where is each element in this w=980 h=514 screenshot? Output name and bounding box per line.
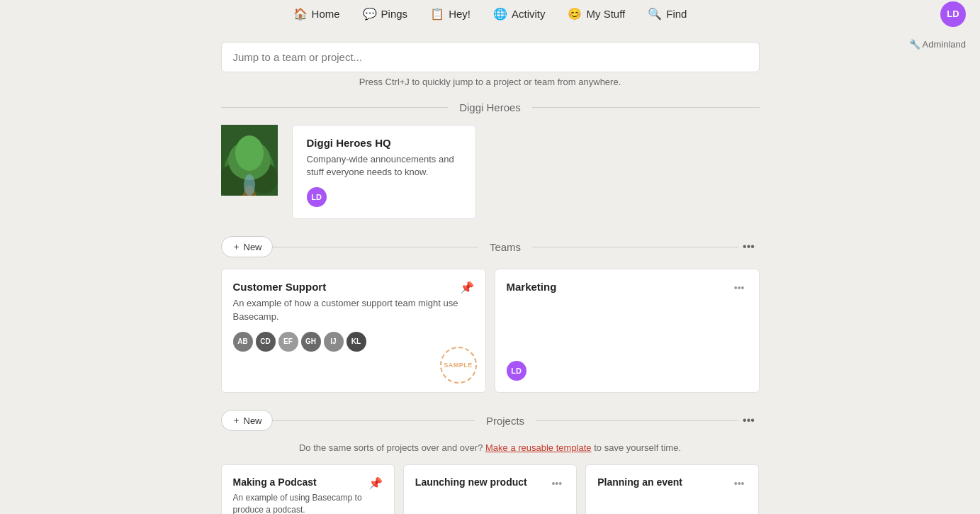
nav-pings[interactable]: 💬 Pings	[363, 7, 408, 21]
diggi-heroes-section: Diggi Heroes Diggi Heroes HQ Co	[221, 101, 760, 219]
svg-point-6	[244, 174, 255, 196]
nav-hey[interactable]: 📋 Hey!	[430, 7, 471, 21]
avatar-6: KL	[347, 332, 366, 352]
team-card-customer-support[interactable]: Customer Support 📌 An example of how a c…	[221, 269, 486, 393]
team-name-customer-support: Customer Support	[233, 281, 327, 297]
projects-section: ＋ New Projects ••• Do the same sorts of …	[221, 410, 760, 514]
diggi-hq-title: Diggi Heroes HQ	[307, 137, 461, 149]
avatar-5: IJ	[324, 332, 344, 352]
project-card-launch[interactable]: Launching new product ••• LD	[403, 464, 577, 514]
event-name: Planning an event	[597, 476, 682, 488]
project-card-event[interactable]: Planning an event ••• LD	[585, 464, 759, 514]
diggi-section-title: Diggi Heroes	[448, 101, 532, 113]
launch-card-header: Launching new product •••	[415, 476, 565, 492]
diggi-image	[221, 125, 278, 196]
avatar-4: GH	[301, 332, 321, 352]
podcast-name: Making a Podcast	[233, 476, 317, 488]
find-icon: 🔍	[648, 7, 662, 21]
section-line-right	[532, 107, 760, 108]
home-icon: 🏠	[293, 7, 308, 21]
nav-find[interactable]: 🔍 Find	[648, 7, 687, 21]
team-desc-customer-support: An example of how a customer support tea…	[233, 297, 474, 323]
projects-header: ＋ New Projects •••	[221, 410, 760, 431]
team-avatars-customer-support: AB CD EF GH IJ KL	[233, 332, 474, 352]
teams-section-title: Teams	[478, 241, 532, 253]
user-avatar[interactable]: LD	[940, 1, 966, 27]
diggi-section-header: Diggi Heroes	[221, 101, 760, 113]
marketing-avatar: LD	[507, 361, 526, 381]
podcast-card-header: Making a Podcast 📌	[233, 476, 383, 492]
nav-find-label: Find	[666, 8, 687, 20]
team-name-marketing: Marketing	[507, 281, 557, 293]
new-project-label: New	[244, 415, 262, 426]
teams-line-left	[273, 247, 478, 247]
projects-hint-suffix: to save yourself time.	[594, 442, 681, 453]
projects-line-right	[536, 420, 738, 421]
search-hint: Press Ctrl+J to quickly jump to a projec…	[221, 77, 760, 87]
nav-activity[interactable]: 🌐 Activity	[493, 7, 546, 21]
podcast-desc: An example of using Basecamp to produce …	[233, 492, 383, 514]
avatar-3: EF	[278, 332, 298, 352]
plus-icon-projects: ＋	[232, 414, 241, 427]
launch-more-button[interactable]: •••	[548, 476, 565, 491]
podcast-pin-icon: 📌	[368, 476, 383, 490]
nav-mystuff-label: My Stuff	[586, 8, 625, 20]
project-card-podcast[interactable]: Making a Podcast 📌 An example of using B…	[221, 464, 395, 514]
search-container: Press Ctrl+J to quickly jump to a projec…	[221, 42, 760, 87]
teams-header: ＋ New Teams •••	[221, 236, 760, 257]
new-team-label: New	[244, 242, 262, 252]
team-card-header-marketing: Marketing •••	[507, 281, 748, 297]
nav-mystuff[interactable]: 😊 My Stuff	[568, 7, 625, 21]
mystuff-icon: 😊	[568, 7, 582, 21]
event-card-header: Planning an event •••	[597, 476, 747, 492]
marketing-more-button[interactable]: •••	[731, 281, 748, 295]
projects-more-button[interactable]: •••	[738, 410, 760, 431]
main-nav: 🏠 Home 💬 Pings 📋 Hey! 🌐 Activity 😊 My St…	[0, 0, 980, 28]
activity-icon: 🌐	[493, 7, 507, 21]
projects-hint: Do the same sorts of projects over and o…	[221, 442, 760, 453]
svg-point-5	[235, 135, 264, 171]
diggi-hq-description: Company-wide announcements and stuff eve…	[307, 153, 461, 179]
plus-icon: ＋	[232, 240, 241, 253]
diggi-hq-avatar: LD	[307, 187, 327, 207]
nav-hey-label: Hey!	[449, 8, 471, 20]
projects-section-title: Projects	[475, 415, 536, 427]
teams-line-right	[532, 247, 738, 247]
teams-grid: Customer Support 📌 An example of how a c…	[221, 269, 760, 393]
diggi-content: Diggi Heroes HQ Company-wide announcemen…	[221, 125, 760, 219]
pings-icon: 💬	[363, 7, 377, 21]
nav-home-label: Home	[312, 8, 340, 20]
projects-line-left	[273, 420, 475, 421]
teams-more-button[interactable]: •••	[738, 236, 760, 257]
team-card-marketing[interactable]: Marketing ••• LD	[495, 269, 760, 393]
launch-name: Launching new product	[415, 476, 527, 488]
sample-badge: SAMPLE	[440, 347, 477, 384]
main-content: Press Ctrl+J to quickly jump to a projec…	[207, 28, 774, 514]
teams-section: ＋ New Teams ••• Customer Support 📌 An ex…	[221, 236, 760, 393]
marketing-spacer	[507, 297, 748, 325]
nav-pings-label: Pings	[381, 8, 408, 20]
avatar-1: AB	[233, 332, 253, 352]
template-link[interactable]: Make a reusable template	[485, 442, 592, 453]
projects-grid: Making a Podcast 📌 An example of using B…	[221, 464, 760, 514]
event-more-button[interactable]: •••	[731, 476, 748, 491]
nav-activity-label: Activity	[512, 8, 546, 20]
new-team-button[interactable]: ＋ New	[221, 236, 273, 257]
avatar-2: CD	[256, 332, 276, 352]
search-input[interactable]	[221, 42, 760, 72]
diggi-hq-card[interactable]: Diggi Heroes HQ Company-wide announcemen…	[292, 125, 476, 219]
section-line-left	[221, 107, 449, 108]
nature-image-svg	[221, 125, 278, 196]
adminland-link[interactable]: 🔧 Adminland	[909, 39, 966, 50]
new-project-button[interactable]: ＋ New	[221, 410, 273, 431]
pin-icon: 📌	[460, 281, 474, 294]
nav-home[interactable]: 🏠 Home	[293, 7, 340, 21]
projects-hint-text: Do the same sorts of projects over and o…	[299, 442, 483, 453]
hey-icon: 📋	[430, 7, 444, 21]
team-card-header: Customer Support 📌	[233, 281, 474, 297]
